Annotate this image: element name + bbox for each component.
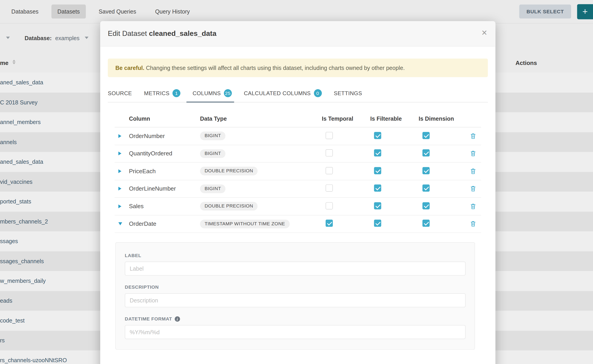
is-dimension-checkbox[interactable] <box>422 202 430 209</box>
is-dimension-checkbox[interactable] <box>422 220 430 227</box>
info-icon[interactable]: i <box>175 316 180 322</box>
column-name: OrderDate <box>129 221 200 227</box>
is-filterable-checkbox[interactable] <box>374 202 381 209</box>
column-name: OrderLineNumber <box>129 185 200 192</box>
tab-metrics[interactable]: METRICS1 <box>138 85 186 102</box>
tab-calculated-columns[interactable]: CALCULATED COLUMNS0 <box>238 85 328 102</box>
description-field-label: DESCRIPTION <box>125 285 466 290</box>
columns-count-badge: 25 <box>224 89 232 97</box>
column-detail-panel: LABEL DESCRIPTION DATETIME FORMAT i <box>115 242 475 350</box>
column-name: PriceEach <box>129 168 200 175</box>
data-type-pill: BIGINT <box>200 149 226 158</box>
modal-tabs: SOURCE METRICS1 COLUMNS25 CALCULATED COL… <box>108 85 488 102</box>
expand-caret-icon[interactable] <box>119 204 121 208</box>
is-dimension-checkbox[interactable] <box>422 184 430 192</box>
columns-table: Column Data Type Is Temporal Is Filterab… <box>115 110 481 233</box>
is-temporal-checkbox[interactable] <box>326 202 333 209</box>
is-temporal-checkbox[interactable] <box>326 149 333 156</box>
expand-caret-icon[interactable] <box>119 222 122 225</box>
close-icon[interactable]: × <box>481 28 487 38</box>
table-row: QuantityOrdered BIGINT <box>115 145 481 162</box>
data-type-pill: DOUBLE PRECISION <box>200 167 258 176</box>
datetime-format-input[interactable] <box>125 325 466 339</box>
tab-columns[interactable]: COLUMNS25 <box>187 85 238 102</box>
description-input[interactable] <box>125 293 466 307</box>
columns-table-header: Column Data Type Is Temporal Is Filterab… <box>115 110 481 127</box>
data-type-pill: DOUBLE PRECISION <box>200 202 258 211</box>
tab-source[interactable]: SOURCE <box>108 85 138 102</box>
table-row: OrderNumber BIGINT <box>115 127 481 145</box>
description-field-group: DESCRIPTION <box>125 285 466 307</box>
delete-column-icon[interactable] <box>470 203 481 209</box>
edit-dataset-modal: Edit Dataset cleaned_sales_data × Be car… <box>100 21 495 364</box>
delete-column-icon[interactable] <box>470 168 481 174</box>
is-filterable-checkbox[interactable] <box>374 167 381 174</box>
label-field-label: LABEL <box>125 253 466 258</box>
warning-banner: Be careful. Changing these settings will… <box>108 59 488 77</box>
delete-column-icon[interactable] <box>470 150 481 156</box>
is-filterable-checkbox[interactable] <box>374 149 381 156</box>
is-temporal-checkbox[interactable] <box>326 184 333 192</box>
table-row: PriceEach DOUBLE PRECISION <box>115 162 481 180</box>
modal-title-dataset-name: cleaned_sales_data <box>149 30 216 38</box>
warning-bold-text: Be careful. <box>115 65 145 71</box>
table-row: OrderLineNumber BIGINT <box>115 180 481 198</box>
metrics-count-badge: 1 <box>173 89 180 97</box>
is-dimension-checkbox[interactable] <box>422 167 430 174</box>
modal-title: Edit Dataset cleaned_sales_data <box>108 30 217 38</box>
app-viewport: Databases Datasets Saved Queries Query H… <box>0 0 593 364</box>
delete-column-icon[interactable] <box>470 186 481 192</box>
is-dimension-checkbox[interactable] <box>422 132 430 139</box>
modal-body: Be careful. Changing these settings will… <box>100 46 495 350</box>
is-filterable-checkbox[interactable] <box>374 184 381 192</box>
label-input[interactable] <box>125 262 466 276</box>
expand-caret-icon[interactable] <box>119 187 121 191</box>
label-field-group: LABEL <box>125 253 466 276</box>
column-header: Column <box>129 115 200 122</box>
datetime-format-field-label: DATETIME FORMAT i <box>125 316 466 322</box>
is-temporal-checkbox[interactable] <box>326 167 333 174</box>
modal-title-prefix: Edit Dataset <box>108 30 147 38</box>
is-filterable-checkbox[interactable] <box>374 220 381 227</box>
warning-text: Changing these settings will affect all … <box>145 65 405 71</box>
tab-settings[interactable]: SETTINGS <box>328 85 368 102</box>
column-name: QuantityOrdered <box>129 150 200 157</box>
is-dimension-checkbox[interactable] <box>422 149 430 156</box>
is-temporal-checkbox[interactable] <box>326 220 333 227</box>
datetime-format-field-group: DATETIME FORMAT i <box>125 316 466 339</box>
is-temporal-header: Is Temporal <box>322 115 370 122</box>
data-type-pill: BIGINT <box>200 132 226 141</box>
calculated-columns-count-badge: 0 <box>314 89 322 97</box>
modal-header: Edit Dataset cleaned_sales_data × <box>100 21 495 46</box>
expand-caret-icon[interactable] <box>119 152 121 156</box>
data-type-pill: TIMESTAMP WITHOUT TIME ZONE <box>200 220 290 228</box>
column-name: OrderNumber <box>129 133 200 139</box>
data-type-pill: BIGINT <box>200 184 226 193</box>
delete-column-icon[interactable] <box>470 133 481 139</box>
expand-caret-icon[interactable] <box>119 169 121 173</box>
is-temporal-checkbox[interactable] <box>326 132 333 139</box>
table-row: OrderDate TIMESTAMP WITHOUT TIME ZONE <box>115 215 481 233</box>
table-row: Sales DOUBLE PRECISION <box>115 198 481 215</box>
is-filterable-header: Is Filterable <box>370 115 419 122</box>
delete-column-icon[interactable] <box>470 221 481 227</box>
is-dimension-header: Is Dimension <box>419 115 460 122</box>
is-filterable-checkbox[interactable] <box>374 132 381 139</box>
data-type-header: Data Type <box>200 115 322 122</box>
expand-caret-icon[interactable] <box>119 134 121 138</box>
column-name: Sales <box>129 203 200 210</box>
